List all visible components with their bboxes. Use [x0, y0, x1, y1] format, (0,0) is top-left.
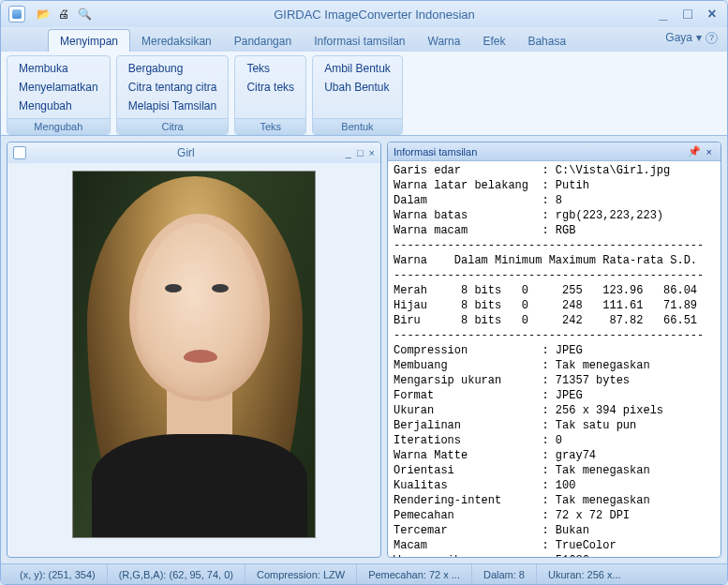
image-window-icon	[13, 146, 26, 159]
info-panel-header: Informasi tamsilan 📌 ×	[388, 142, 721, 161]
ribbon-group-bentuk: Ambil Bentuk Ubah Bentuk . Bentuk	[312, 55, 403, 135]
ribbon-tabs: Menyimpan Meredaksikan Pandangan Informa…	[1, 27, 727, 52]
quick-access-toolbar: 📂 🖨 🔍	[35, 6, 93, 22]
tab-meredaksikan[interactable]: Meredaksikan	[130, 30, 223, 52]
status-xy: (x, y): (251, 354)	[8, 564, 108, 584]
tab-efek[interactable]: Efek	[471, 30, 516, 52]
tab-bahasa[interactable]: Bahasa	[516, 30, 577, 52]
status-rgba: (R,G,B,A): (62, 95, 74, 0)	[108, 564, 245, 584]
style-dropdown[interactable]: Gaya ▾ ?	[665, 31, 718, 44]
print-preview-icon[interactable]: 🔍	[76, 6, 93, 22]
status-pemecahan: Pemecahan: 72 x ...	[357, 564, 472, 584]
image-window-minimize[interactable]: _	[346, 147, 351, 158]
btn-citra-teks[interactable]: Citra teks	[243, 79, 298, 96]
folder-open-icon[interactable]: 📂	[35, 6, 52, 22]
btn-ambil-bentuk[interactable]: Ambil Bentuk	[320, 60, 394, 77]
btn-membuka[interactable]: Membuka	[15, 60, 102, 77]
style-label: Gaya	[665, 31, 692, 44]
btn-bergabung[interactable]: Bergabung	[125, 60, 221, 77]
info-panel: Informasi tamsilan 📌 × Garis edar : C:\V…	[387, 142, 721, 558]
close-button[interactable]: ×	[705, 7, 720, 22]
chevron-down-icon: ▾	[696, 31, 702, 44]
btn-ubah-bentuk[interactable]: Ubah Bentuk	[320, 79, 394, 96]
ribbon-group-label: Citra	[117, 118, 229, 134]
btn-menyelamatkan[interactable]: Menyelamatkan	[15, 79, 102, 96]
ribbon-group-label: Bentuk	[313, 118, 402, 134]
image-preview[interactable]	[72, 171, 316, 538]
help-icon[interactable]: ?	[706, 32, 718, 44]
status-dalam: Dalam: 8	[472, 564, 537, 584]
app-icon	[8, 6, 25, 22]
ribbon: Membuka Menyelamatkan Mengubah Mengubah …	[1, 52, 727, 136]
image-window-title: Girl	[26, 146, 346, 159]
tab-menyimpan[interactable]: Menyimpan	[48, 29, 130, 52]
ribbon-group-mengubah: Membuka Menyelamatkan Mengubah Mengubah	[7, 55, 111, 135]
status-ukuran: Ukuran: 256 x...	[537, 564, 632, 584]
image-window: Girl _ □ ×	[7, 142, 381, 558]
workspace: Girl _ □ × Informasi tamsilan	[1, 136, 727, 563]
title-bar: 📂 🖨 🔍 GIRDAC ImageConverter Indonesian _…	[1, 1, 727, 27]
status-bar: (x, y): (251, 354) (R,G,B,A): (62, 95, 7…	[1, 563, 727, 584]
tab-informasi-tamsilan[interactable]: Informasi tamsilan	[303, 30, 416, 52]
image-window-maximize[interactable]: □	[357, 147, 364, 158]
minimize-button[interactable]: _	[656, 7, 671, 22]
info-panel-body[interactable]: Garis edar : C:\Vista\Girl.jpg Warna lat…	[388, 161, 721, 557]
maximize-button[interactable]: □	[680, 7, 695, 22]
ribbon-group-label: Teks	[235, 118, 305, 134]
ribbon-group-label: Mengubah	[7, 118, 110, 134]
image-window-close[interactable]: ×	[369, 147, 375, 158]
print-icon[interactable]: 🖨	[55, 6, 72, 22]
window-controls: _ □ ×	[656, 7, 720, 22]
ribbon-group-citra: Bergabung Citra tentang citra Melapisi T…	[116, 55, 230, 135]
btn-teks[interactable]: Teks	[243, 60, 298, 77]
app-title: GIRDAC ImageConverter Indonesian	[93, 8, 656, 22]
info-panel-close[interactable]: ×	[704, 146, 715, 158]
btn-melapisi-tamsilan[interactable]: Melapisi Tamsilan	[125, 98, 221, 114]
pin-icon[interactable]: 📌	[685, 145, 704, 158]
btn-mengubah[interactable]: Mengubah	[15, 98, 102, 114]
image-window-body	[7, 163, 380, 557]
image-window-titlebar: Girl _ □ ×	[7, 142, 380, 163]
tab-warna[interactable]: Warna	[417, 30, 472, 52]
status-compression: Compression: LZW	[245, 564, 357, 584]
btn-citra-tentang-citra[interactable]: Citra tentang citra	[125, 79, 221, 96]
tab-pandangan[interactable]: Pandangan	[223, 30, 303, 52]
info-panel-title: Informasi tamsilan	[394, 146, 685, 158]
ribbon-group-teks: Teks Citra teks . Teks	[234, 55, 306, 135]
